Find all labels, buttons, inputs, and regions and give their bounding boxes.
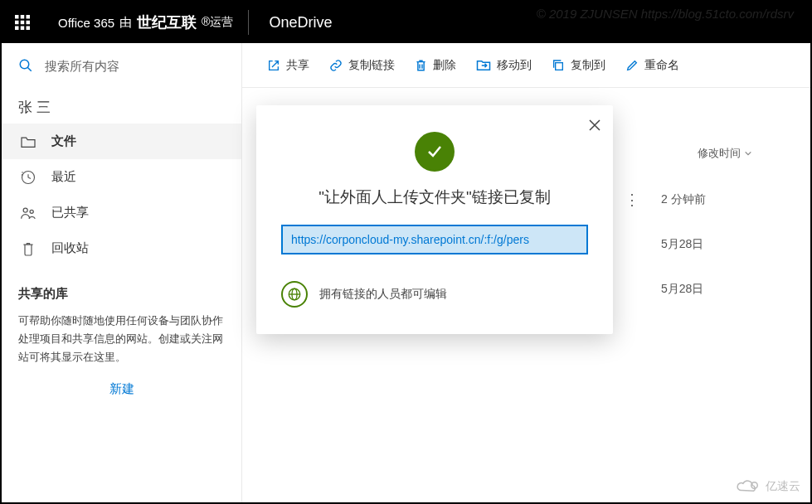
success-check-icon bbox=[415, 132, 455, 172]
svg-rect-0 bbox=[15, 15, 19, 19]
command-toolbar: 共享 复制链接 删除 移动到 复制到 重命名 bbox=[242, 43, 810, 88]
clock-icon bbox=[20, 170, 36, 185]
svg-rect-7 bbox=[21, 27, 25, 31]
svg-rect-6 bbox=[15, 27, 19, 31]
svg-point-12 bbox=[23, 208, 27, 212]
shared-libs-title: 共享的库 bbox=[2, 266, 241, 308]
folder-icon bbox=[20, 135, 36, 148]
nav-recycle[interactable]: 回收站 bbox=[2, 230, 241, 266]
brand-op: ®运营 bbox=[202, 15, 233, 30]
trash-icon bbox=[20, 241, 36, 256]
svg-rect-1 bbox=[21, 15, 25, 19]
svg-point-9 bbox=[20, 60, 29, 69]
cloud-icon bbox=[736, 479, 761, 494]
column-modified[interactable]: 修改时间 bbox=[698, 146, 752, 161]
globe-icon bbox=[281, 281, 308, 308]
copy-link-label: 复制链接 bbox=[348, 58, 395, 73]
svg-rect-4 bbox=[21, 21, 25, 25]
file-date: 5月28日 bbox=[661, 237, 761, 252]
copyright-watermark: © 2019 ZJUNSEN https://blog.51cto.com/rd… bbox=[537, 7, 794, 21]
copy-to-button[interactable]: 复制到 bbox=[543, 53, 614, 78]
share-button[interactable]: 共享 bbox=[259, 53, 318, 78]
link-copied-dialog: "让外面人上传文件夹"链接已复制 https://corponcloud-my.… bbox=[256, 105, 613, 334]
app-launcher-button[interactable] bbox=[2, 2, 43, 43]
file-date: 5月28日 bbox=[661, 282, 761, 297]
app-name: OneDrive bbox=[249, 14, 352, 32]
delete-label: 删除 bbox=[433, 58, 456, 73]
nav-recycle-label: 回收站 bbox=[51, 240, 89, 256]
move-to-button[interactable]: 移动到 bbox=[468, 53, 540, 78]
nav-files-label: 文件 bbox=[51, 133, 76, 149]
nav-recent-label: 最近 bbox=[51, 169, 76, 185]
close-button[interactable] bbox=[588, 117, 601, 136]
svg-point-13 bbox=[30, 210, 33, 213]
search-input[interactable] bbox=[45, 59, 225, 73]
chevron-down-icon bbox=[744, 149, 752, 158]
move-to-label: 移动到 bbox=[497, 58, 532, 73]
copy-link-button[interactable]: 复制链接 bbox=[321, 53, 403, 78]
brand-prefix: Office 365 bbox=[58, 16, 114, 30]
svg-rect-8 bbox=[27, 27, 31, 31]
copy-to-label: 复制到 bbox=[571, 58, 605, 73]
brand-cn: 世纪互联 bbox=[137, 12, 197, 32]
permission-row[interactable]: 拥有链接的人员都可编辑 bbox=[256, 276, 613, 313]
page-watermark: 亿速云 bbox=[736, 479, 800, 494]
svg-rect-3 bbox=[15, 21, 19, 25]
svg-rect-5 bbox=[27, 21, 31, 25]
user-name: 张 三 bbox=[2, 88, 241, 124]
brand-area: Office 365 由世纪互联®运营 bbox=[43, 12, 248, 32]
close-icon bbox=[588, 119, 601, 132]
nav-shared[interactable]: 已共享 bbox=[2, 195, 241, 230]
svg-rect-14 bbox=[556, 62, 563, 70]
watermark-text: 亿速云 bbox=[766, 479, 800, 494]
search-icon bbox=[18, 58, 33, 73]
shared-libs-desc: 可帮助你随时随地使用任何设备与团队协作处理项目和共享信息的网站。创建或关注网站可… bbox=[2, 308, 241, 370]
people-icon bbox=[20, 206, 36, 220]
permission-text: 拥有链接的人员都可编辑 bbox=[319, 287, 447, 302]
more-actions-button[interactable]: ⋮ bbox=[620, 191, 644, 209]
dialog-title: "让外面人上传文件夹"链接已复制 bbox=[256, 187, 613, 225]
svg-line-10 bbox=[27, 67, 32, 71]
nav-files[interactable]: 文件 bbox=[2, 124, 241, 159]
rename-label: 重命名 bbox=[644, 58, 679, 73]
brand-by: 由 bbox=[119, 15, 132, 31]
sidebar: 张 三 文件 最近 已共享 回收站 共享的库 可帮助你随时随地使用任何设备与团队… bbox=[2, 43, 242, 502]
search-row[interactable] bbox=[2, 43, 241, 88]
copied-link-field[interactable]: https://corponcloud-my.sharepoint.cn/:f:… bbox=[281, 225, 588, 254]
nav-recent[interactable]: 最近 bbox=[2, 159, 241, 195]
column-modified-label: 修改时间 bbox=[698, 146, 741, 161]
delete-button[interactable]: 删除 bbox=[406, 53, 464, 78]
new-site-link[interactable]: 新建 bbox=[2, 370, 241, 409]
rename-button[interactable]: 重命名 bbox=[617, 53, 688, 78]
file-date: 2 分钟前 bbox=[661, 192, 761, 207]
nav-shared-label: 已共享 bbox=[51, 205, 89, 220]
svg-rect-2 bbox=[27, 15, 31, 19]
share-label: 共享 bbox=[286, 58, 309, 73]
